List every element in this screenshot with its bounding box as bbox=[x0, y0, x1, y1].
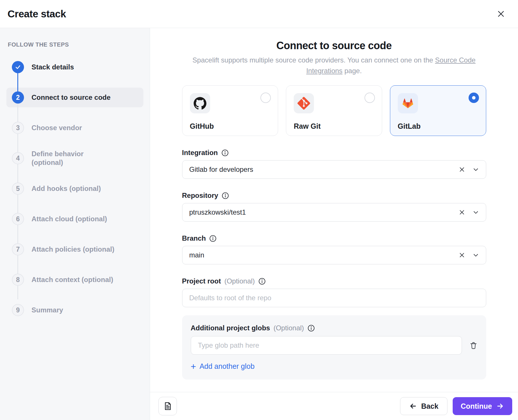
step-choose-vendor[interactable]: 3 Choose vendor bbox=[6, 118, 143, 138]
step-attach-cloud[interactable]: 6 Attach cloud (optional) bbox=[6, 209, 143, 229]
project-root-label: Project root (Optional) bbox=[182, 277, 486, 285]
chevron-down-icon[interactable] bbox=[473, 252, 479, 258]
optional-tag: (Optional) bbox=[224, 277, 255, 285]
continue-label: Continue bbox=[461, 402, 492, 410]
back-label: Back bbox=[421, 402, 439, 410]
clear-icon[interactable] bbox=[459, 166, 465, 173]
info-icon[interactable] bbox=[209, 235, 217, 242]
info-icon[interactable] bbox=[221, 149, 229, 156]
view-config-button[interactable] bbox=[158, 397, 177, 415]
step-add-hooks[interactable]: 5 Add hooks (optional) bbox=[6, 179, 143, 198]
step-stack-details[interactable]: Stack details bbox=[6, 57, 143, 77]
info-icon[interactable] bbox=[222, 192, 229, 199]
footer-actions: Back Continue bbox=[400, 397, 512, 415]
globs-label: Additional project globs (Optional) bbox=[191, 324, 478, 332]
page-title: Connect to source code bbox=[182, 40, 486, 52]
field-label-text: Project root bbox=[182, 277, 221, 285]
plus-icon: + bbox=[191, 363, 196, 370]
step-2-circle: 2 bbox=[12, 91, 24, 104]
step-6-circle: 6 bbox=[12, 213, 24, 225]
branch-select[interactable]: main bbox=[182, 246, 486, 264]
arrow-left-icon bbox=[409, 402, 417, 410]
add-glob-label: Add another glob bbox=[199, 362, 254, 371]
provider-label: GitHub bbox=[190, 122, 214, 130]
step-1-circle bbox=[12, 61, 24, 73]
provider-card-gitlab[interactable]: GitLab bbox=[390, 85, 486, 136]
modal-footer: Back Continue bbox=[150, 392, 518, 420]
close-icon bbox=[497, 10, 505, 18]
step-label: Summary bbox=[32, 306, 63, 314]
delete-glob-button[interactable] bbox=[469, 341, 478, 349]
branch-label: Branch bbox=[182, 234, 486, 242]
provider-label: Raw Git bbox=[294, 122, 321, 130]
sidebar-heading: FOLLOW THE STEPS bbox=[8, 41, 150, 48]
integration-value: Gitlab for developers bbox=[189, 165, 459, 174]
branch-value: main bbox=[189, 251, 459, 259]
step-3-circle: 3 bbox=[12, 122, 24, 134]
raw-git-tile bbox=[294, 93, 314, 113]
provider-label: GitLab bbox=[398, 122, 421, 130]
step-define-behavior[interactable]: 4 Define behavior (optional) bbox=[6, 148, 143, 168]
step-8-circle: 8 bbox=[12, 274, 24, 286]
integration-select[interactable]: Gitlab for developers bbox=[182, 160, 486, 179]
step-5-circle: 5 bbox=[12, 183, 24, 195]
continue-button[interactable]: Continue bbox=[453, 397, 512, 415]
clear-icon[interactable] bbox=[459, 209, 465, 215]
back-button[interactable]: Back bbox=[400, 397, 447, 415]
gitlab-icon bbox=[402, 97, 414, 110]
step-attach-policies[interactable]: 7 Attach policies (optional) bbox=[6, 240, 143, 259]
gitlab-radio[interactable] bbox=[469, 93, 479, 103]
step-content: Connect to source code Spacelift support… bbox=[150, 28, 518, 392]
info-icon[interactable] bbox=[308, 325, 315, 332]
step-4-circle: 4 bbox=[12, 152, 24, 164]
field-label-text: Additional project globs bbox=[191, 324, 270, 332]
repository-select[interactable]: ptruszkowski/test1 bbox=[182, 203, 486, 222]
step-label: Stack details bbox=[32, 63, 74, 71]
chevron-down-icon[interactable] bbox=[473, 209, 479, 215]
subtitle-suffix: page. bbox=[345, 67, 362, 75]
document-icon bbox=[163, 401, 172, 411]
step-label: Connect to source code bbox=[32, 93, 110, 102]
trash-icon bbox=[469, 341, 478, 349]
step-7-circle: 7 bbox=[12, 243, 24, 255]
arrow-right-icon bbox=[496, 402, 504, 410]
step-attach-context[interactable]: 8 Attach context (optional) bbox=[6, 270, 143, 290]
step-label: Attach policies (optional) bbox=[32, 245, 114, 254]
raw-git-radio[interactable] bbox=[365, 93, 375, 103]
step-summary[interactable]: 9 Summary bbox=[6, 300, 143, 320]
page-subtitle: Spacelift supports multiple source code … bbox=[182, 55, 486, 76]
field-label-text: Integration bbox=[182, 149, 218, 157]
glob-path-input[interactable] bbox=[191, 336, 462, 355]
integration-label: Integration bbox=[182, 149, 486, 157]
subtitle-text: Spacelift supports multiple source code … bbox=[193, 56, 433, 64]
project-root-input[interactable] bbox=[182, 289, 486, 307]
repository-value: ptruszkowski/test1 bbox=[189, 208, 459, 216]
github-radio[interactable] bbox=[260, 93, 271, 103]
info-icon[interactable] bbox=[258, 278, 266, 285]
check-icon bbox=[15, 64, 21, 70]
repository-label: Repository bbox=[182, 191, 486, 200]
create-stack-modal: Create stack FOLLOW THE STEPS Stack deta… bbox=[0, 0, 518, 420]
project-globs-panel: Additional project globs (Optional) bbox=[182, 315, 486, 380]
gitlab-tile bbox=[398, 93, 418, 113]
clear-icon[interactable] bbox=[459, 252, 465, 258]
glob-row bbox=[191, 336, 478, 355]
field-label-text: Branch bbox=[182, 234, 206, 242]
step-label: Choose vendor bbox=[32, 124, 82, 132]
steps-list: Stack details 2 Connect to source code 3… bbox=[0, 57, 150, 320]
step-label: Attach cloud (optional) bbox=[32, 215, 107, 223]
provider-card-raw-git[interactable]: Raw Git bbox=[286, 85, 382, 136]
git-icon bbox=[297, 97, 310, 110]
step-9-circle: 9 bbox=[12, 304, 24, 316]
close-button[interactable] bbox=[495, 8, 506, 19]
modal-title: Create stack bbox=[8, 8, 66, 20]
add-another-glob-button[interactable]: + Add another glob bbox=[191, 362, 255, 371]
step-label: Define behavior (optional) bbox=[32, 150, 92, 167]
optional-tag: (Optional) bbox=[273, 324, 304, 332]
chevron-down-icon[interactable] bbox=[473, 166, 479, 173]
provider-card-github[interactable]: GitHub bbox=[182, 85, 278, 136]
github-tile bbox=[190, 93, 210, 113]
provider-cards: GitHub Raw Git bbox=[182, 85, 486, 136]
steps-sidebar: FOLLOW THE STEPS Stack details 2 Connect… bbox=[0, 28, 150, 420]
step-connect-to-source-code[interactable]: 2 Connect to source code bbox=[6, 88, 143, 107]
